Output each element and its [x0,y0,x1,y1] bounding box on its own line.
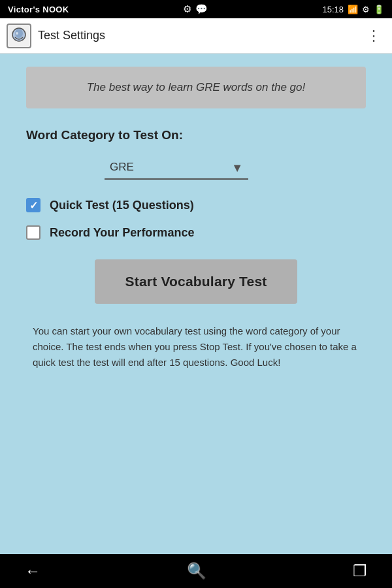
main-content: The best way to learn GRE words on the g… [0,54,392,554]
status-bar: Victor's NOOK ⚙ 💬 15:18 📶 ⚙ 🔋 [0,0,392,18]
overflow-menu-button[interactable]: ⋮ [363,24,385,48]
quick-test-checkbox[interactable]: ✓ [26,198,41,212]
record-performance-checkbox[interactable] [26,225,41,240]
svg-point-2 [16,32,18,35]
wifi-icon: 📶 [348,5,358,14]
record-performance-row[interactable]: Record Your Performance [26,225,366,240]
time-label: 15:18 [322,5,344,14]
banner: The best way to learn GRE words on the g… [26,67,366,108]
description-text: You can start your own vocabulary test u… [33,323,359,370]
check-icon: ✓ [29,199,38,212]
word-category-label: Word Category to Test On: [26,128,366,142]
app-bar-title: Test Settings [38,29,363,42]
status-right: 15:18 📶 ⚙ 🔋 [322,5,384,14]
start-vocabulary-test-button[interactable]: Start Vocabulary Test [95,259,297,304]
battery-icon: 🔋 [374,5,384,14]
quick-test-row[interactable]: ✓ Quick Test (15 Questions) [26,198,366,212]
record-performance-label: Record Your Performance [50,226,194,240]
app-logo [7,24,31,48]
search-button[interactable]: 🔍 [182,557,212,585]
word-category-dropdown-container[interactable]: GRE SAT TOEFL Custom ▼ [105,155,248,180]
settings-status-icon: ⚙ [362,5,370,14]
quick-test-label: Quick Test (15 Questions) [50,199,194,212]
back-button[interactable]: ← [20,557,46,585]
message-icon: 💬 [195,3,208,15]
banner-text: The best way to learn GRE words on the g… [87,81,306,93]
app-name-label: Victor's NOOK [8,5,69,14]
app-bar: Test Settings ⋮ [0,18,392,54]
word-category-select[interactable]: GRE SAT TOEFL Custom [105,155,248,180]
status-center-icons: ⚙ 💬 [183,3,208,15]
recents-button[interactable]: ❐ [348,557,372,585]
android-icon: ⚙ [183,3,191,15]
logo-icon [10,27,28,45]
bottom-nav: ← 🔍 ❐ [0,554,392,588]
